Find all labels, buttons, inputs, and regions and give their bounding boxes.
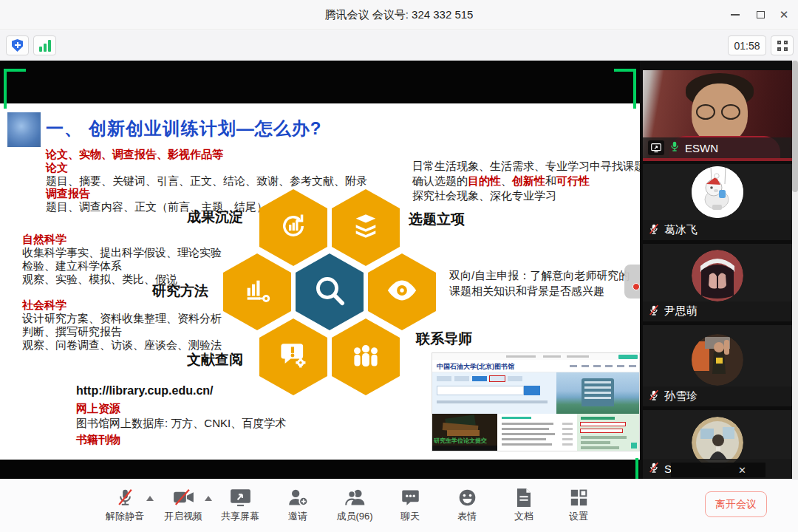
- find-topic-line: 日常生活现象、生活需求、专业学习中寻找课题: [412, 160, 640, 173]
- fullscreen-icon: [777, 41, 788, 51]
- participant-namebar: 孙雪珍: [643, 386, 792, 406]
- hex-mentor: [368, 253, 436, 330]
- team-icon: [349, 340, 383, 374]
- chat-label: 聊天: [383, 510, 437, 523]
- online-body: 图书馆网上数据库: 万方、CNKI、百度学术: [76, 417, 286, 430]
- presentation-slide: 一、 创新创业训练计划—怎么办? 论文、实物、调查报告、影视作品等 论文 题目、…: [0, 103, 640, 460]
- library-website-screenshot: 中国石油大学(北京)图书馆: [432, 353, 639, 451]
- participant-name: ESWN: [685, 142, 718, 154]
- settings-button[interactable]: 设置: [552, 485, 605, 523]
- participant-tile-gebingfei[interactable]: 葛冰飞: [643, 164, 792, 240]
- unmute-button[interactable]: 解除静音: [98, 485, 151, 523]
- notification-toast: ✕: [671, 463, 765, 477]
- share-region-corner-topright: [614, 69, 636, 109]
- members-label: 成员(96): [328, 510, 381, 523]
- emoji-button[interactable]: 表情: [440, 485, 494, 523]
- hex-label-literature: 文献查阅: [187, 353, 243, 366]
- hex-label-method: 研究方法: [152, 284, 208, 298]
- shared-screen-area: 一、 创新创业训练计划—怎么办? 论文、实物、调查报告、影视作品等 论文 题目、…: [0, 61, 640, 479]
- fullscreen-button[interactable]: [771, 35, 794, 55]
- participant-tile-sunxuezhen[interactable]: 孙雪珍: [643, 325, 792, 406]
- docs-icon: [497, 485, 550, 509]
- web-books-image: 研究生学位论文提交: [432, 414, 497, 451]
- participant-namebar: 尹思萌: [643, 301, 792, 321]
- cycle-chart-icon: [278, 211, 309, 245]
- hex-results: [259, 189, 327, 266]
- web-topbar: [432, 353, 639, 360]
- docs-label: 文档: [497, 510, 550, 523]
- network-status-button[interactable]: [33, 35, 56, 55]
- minimize-button[interactable]: [726, 6, 745, 24]
- members-button[interactable]: 成员(96): [328, 485, 381, 523]
- maximize-icon: [757, 11, 765, 18]
- avatar: [692, 250, 743, 301]
- natural-line3: 观察、实验、模拟、类比、假说: [22, 273, 177, 286]
- web-announcement-list: [499, 414, 576, 451]
- globe-image: [7, 112, 41, 147]
- emoji-label: 表情: [440, 510, 494, 523]
- paper-head: 论文: [46, 161, 68, 174]
- docs-button[interactable]: 文档: [497, 485, 550, 523]
- discuss-gear-icon: [278, 340, 309, 374]
- decor-shape: [692, 83, 748, 144]
- hex-topic: [332, 189, 400, 266]
- mic-muted-icon: [648, 223, 660, 238]
- share-screen-label: 共享屏幕: [214, 510, 267, 523]
- decor-shape: [696, 104, 715, 120]
- search-icon: [312, 273, 347, 311]
- decor-shape: [643, 158, 792, 161]
- mic-muted-icon: [648, 389, 660, 404]
- share-screen-icon: [214, 485, 267, 509]
- sidebar-scrollbar-thumb[interactable]: [792, 61, 798, 192]
- video-options-caret[interactable]: [205, 496, 212, 501]
- natural-line1: 收集科学事实、提出科学假设、理论实验: [22, 246, 222, 259]
- web-campus-photo: [556, 372, 639, 414]
- mic-options-caret[interactable]: [146, 496, 154, 501]
- web-bottom: 研究生学位论文提交: [432, 414, 639, 451]
- mic-muted-icon: [98, 485, 151, 509]
- avatar: [692, 334, 743, 386]
- window-title: 腾讯会议 会议号: 324 332 515: [0, 8, 798, 22]
- sidebar-scrollbar: [792, 61, 798, 479]
- avatar: [692, 166, 743, 218]
- eye-icon: [385, 273, 419, 310]
- participant-name: 葛冰飞: [664, 223, 698, 237]
- share-screen-button[interactable]: 共享屏幕: [214, 485, 267, 523]
- sidebar-collapse-handle[interactable]: [624, 265, 640, 299]
- leave-meeting-button[interactable]: 离开会议: [705, 491, 767, 517]
- unmute-label: 解除静音: [98, 510, 151, 523]
- annotation-red-dot: [632, 283, 640, 290]
- participant-tile-yinsimeng[interactable]: 尹思萌: [643, 244, 792, 321]
- camera-off-icon: [157, 485, 210, 509]
- web-books-caption: 研究生学位论文提交: [434, 437, 496, 445]
- web-middle: [432, 372, 639, 414]
- chat-button[interactable]: 聊天: [383, 485, 437, 523]
- maximize-button[interactable]: [751, 6, 770, 24]
- start-video-button[interactable]: 开启视频: [157, 485, 210, 523]
- invite-icon: [271, 485, 324, 509]
- emoji-icon: [440, 485, 494, 509]
- web-search-tabs: [437, 376, 522, 381]
- share-region-corner-topleft: [4, 69, 26, 109]
- online-head: 网上资源: [76, 402, 120, 415]
- close-icon[interactable]: ✕: [738, 465, 746, 476]
- metrics-key-icon: [242, 276, 272, 308]
- participant-tile-partial[interactable]: S ✕: [643, 410, 792, 479]
- web-nav: [570, 365, 636, 367]
- participant-tile-eswn[interactable]: ESWN: [643, 70, 792, 161]
- web-search-input: [437, 386, 524, 395]
- web-search-panel: [432, 372, 556, 414]
- close-button[interactable]: ✕: [774, 6, 794, 24]
- invite-button[interactable]: 邀请: [271, 485, 324, 523]
- social-head: 社会科学: [22, 299, 66, 312]
- start-video-label: 开启视频: [157, 510, 210, 523]
- web-panel-button: [631, 443, 637, 449]
- report-head: 调查报告: [46, 187, 90, 200]
- books-head: 书籍刊物: [76, 433, 120, 446]
- web-logo-text: 中国石油大学(北京)图书馆: [437, 362, 514, 372]
- hex-search-center: [296, 253, 364, 330]
- explore-line: 探究社会现象、深化专业学习: [412, 189, 556, 202]
- web-building: [582, 378, 614, 406]
- participant-namebar: 葛冰飞: [643, 220, 792, 240]
- meeting-security-button[interactable]: [6, 35, 29, 55]
